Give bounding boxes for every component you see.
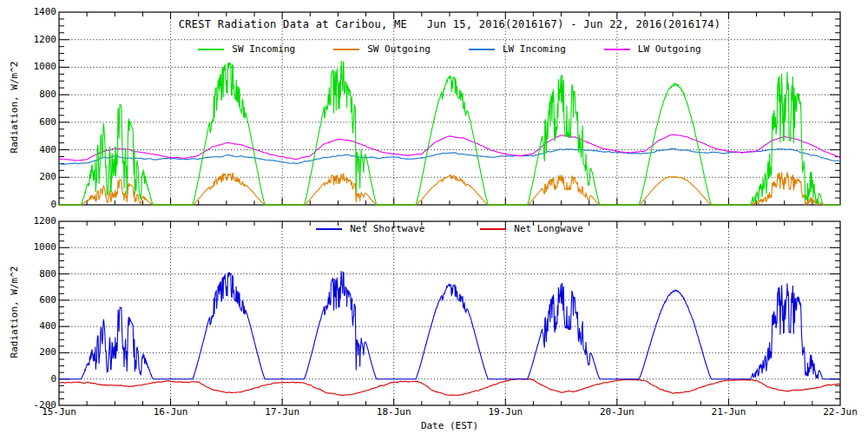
x-tick-label: 20-Jun — [589, 407, 645, 418]
x-tick-label: 15-Jun — [31, 407, 87, 418]
y-tick-label: 200 — [16, 172, 56, 182]
series-net-longwave — [59, 378, 840, 395]
x-tick-label: 17-Jun — [254, 407, 310, 418]
legend-label-lw-incoming: LW Incoming — [503, 43, 566, 55]
legend-item-net-shortwave: Net Shortwave — [316, 223, 424, 234]
legend-line-net-longwave — [480, 228, 506, 230]
legend-line-net-shortwave — [316, 228, 342, 230]
y-tick-label: 1200 — [16, 35, 56, 45]
legend-label-sw-incoming: SW Incoming — [232, 43, 295, 55]
x-tick-label: 22-Jun — [812, 407, 868, 418]
y-tick-label: 400 — [16, 145, 56, 155]
y-tick-label: 600 — [16, 117, 56, 128]
legend-line-sw-incoming — [198, 49, 224, 50]
y-tick-label: 200 — [16, 347, 56, 358]
series-lw-incoming — [59, 148, 840, 164]
y-tick-label: 1000 — [16, 62, 56, 72]
y-tick-label: 0 — [16, 374, 56, 385]
legend-top: SW IncomingSW OutgoingLW IncomingLW Outg… — [59, 43, 840, 55]
y-tick-label: 800 — [16, 89, 56, 100]
series-sw-outgoing — [59, 172, 840, 205]
x-tick-label: 18-Jun — [366, 407, 422, 418]
legend-item-net-longwave: Net Longwave — [480, 223, 582, 234]
x-tick-label: 16-Jun — [143, 407, 199, 418]
legend-label-net-longwave: Net Longwave — [514, 223, 582, 234]
y-tick-label: 0 — [16, 200, 56, 210]
series-lw-outgoing — [59, 135, 840, 161]
legend-line-lw-outgoing — [604, 49, 630, 50]
legend-item-lw-incoming: LW Incoming — [469, 43, 566, 55]
legend-bottom: Net ShortwaveNet Longwave — [59, 223, 840, 234]
legend-item-lw-outgoing: LW Outgoing — [604, 43, 701, 55]
y-tick-label: 1000 — [16, 242, 56, 253]
y-tick-label: 1200 — [16, 216, 56, 227]
series-net-shortwave — [59, 271, 840, 378]
legend-line-sw-outgoing — [333, 49, 359, 50]
x-axis-label: Date (EST) — [398, 420, 502, 431]
y-tick-label: 800 — [16, 269, 56, 279]
y-tick-label: 600 — [16, 295, 56, 306]
plot-canvas — [0, 0, 868, 434]
legend-label-lw-outgoing: LW Outgoing — [638, 43, 701, 55]
panel-border — [59, 221, 840, 405]
legend-label-net-shortwave: Net Shortwave — [350, 223, 424, 234]
y-tick-label: 400 — [16, 321, 56, 332]
chart-title: CREST Radiation Data at Caribou, ME Jun … — [102, 18, 797, 30]
y-tick-label: 1400 — [16, 7, 56, 17]
x-tick-label: 19-Jun — [477, 407, 533, 418]
series-sw-incoming — [59, 61, 840, 205]
legend-item-sw-outgoing: SW Outgoing — [333, 43, 431, 55]
x-tick-label: 21-Jun — [700, 407, 756, 418]
legend-item-sw-incoming: SW Incoming — [198, 43, 295, 55]
legend-label-sw-outgoing: SW Outgoing — [367, 43, 431, 55]
radiation-chart: CREST Radiation Data at Caribou, ME Jun … — [0, 0, 868, 434]
legend-line-lw-incoming — [469, 49, 495, 50]
